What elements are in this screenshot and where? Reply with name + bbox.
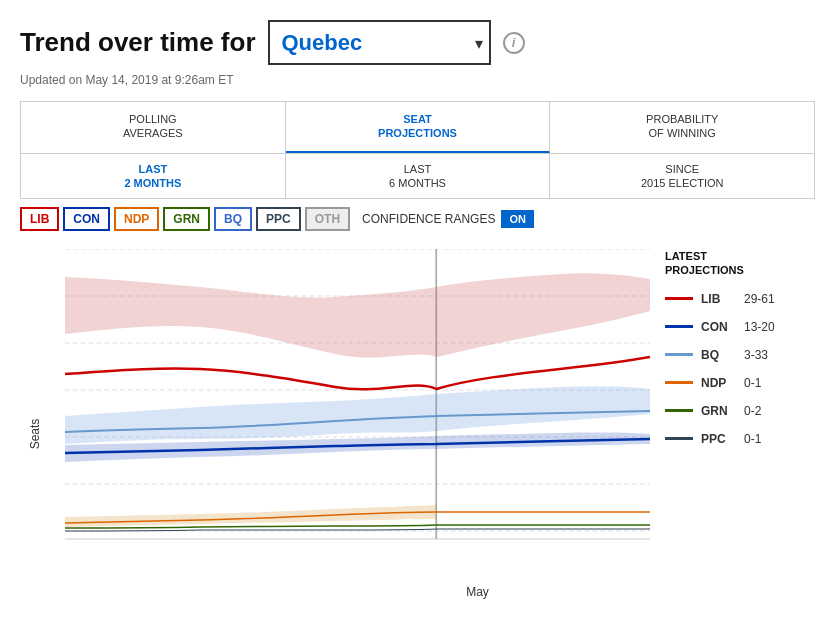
title-row: Trend over time for Quebec National Onta… bbox=[20, 20, 815, 65]
info-icon[interactable]: i bbox=[503, 32, 525, 54]
legend-line-con bbox=[665, 325, 693, 328]
chart-svg: 0 10 20 30 40 50 60 70 bbox=[65, 249, 650, 579]
legend-range-lib: 29-61 bbox=[744, 292, 775, 306]
tab-probability[interactable]: PROBABILITYOF WINNING bbox=[550, 102, 814, 153]
party-btn-oth[interactable]: OTH bbox=[305, 207, 350, 231]
legend-party-bq: BQ bbox=[701, 348, 736, 362]
legend-party-ndp: NDP bbox=[701, 376, 736, 390]
legend-line-ppc bbox=[665, 437, 693, 440]
chart-area: Seats 0 10 20 30 40 50 60 70 bbox=[20, 239, 650, 629]
legend-item-ppc: PPC 0-1 bbox=[665, 432, 805, 446]
legend-party-lib: LIB bbox=[701, 292, 736, 306]
main-tabs: POLLINGAVERAGES SEATPROJECTIONS PROBABIL… bbox=[20, 101, 815, 154]
x-axis-label: May bbox=[305, 585, 650, 599]
legend-item-grn: GRN 0-2 bbox=[665, 404, 805, 418]
legend-item-bq: BQ 3-33 bbox=[665, 348, 805, 362]
region-select-wrapper[interactable]: Quebec National Ontario British Columbia… bbox=[268, 20, 491, 65]
legend-party-con: CON bbox=[701, 320, 736, 334]
party-btn-bq[interactable]: BQ bbox=[214, 207, 252, 231]
legend-range-con: 13-20 bbox=[744, 320, 775, 334]
y-axis-label: Seats bbox=[28, 419, 42, 450]
tab-polling[interactable]: POLLINGAVERAGES bbox=[21, 102, 286, 153]
legend-party-ppc: PPC bbox=[701, 432, 736, 446]
legend-range-ppc: 0-1 bbox=[744, 432, 761, 446]
party-filter-row: LIB CON NDP GRN BQ PPC OTH CONFIDENCE RA… bbox=[20, 207, 815, 231]
page-title: Trend over time for bbox=[20, 27, 256, 58]
legend-range-bq: 3-33 bbox=[744, 348, 768, 362]
legend-line-ndp bbox=[665, 381, 693, 384]
party-btn-ppc[interactable]: PPC bbox=[256, 207, 301, 231]
confidence-toggle: CONFIDENCE RANGES ON bbox=[362, 210, 534, 228]
legend-title: LATESTPROJECTIONS bbox=[665, 249, 805, 278]
confidence-label: CONFIDENCE RANGES bbox=[362, 212, 495, 226]
legend-line-grn bbox=[665, 409, 693, 412]
region-select[interactable]: Quebec National Ontario British Columbia… bbox=[268, 20, 491, 65]
subtab-since2015[interactable]: SINCE2015 ELECTION bbox=[550, 154, 814, 199]
legend-item-ndp: NDP 0-1 bbox=[665, 376, 805, 390]
legend-party-grn: GRN bbox=[701, 404, 736, 418]
updated-text: Updated on May 14, 2019 at 9:26am ET bbox=[20, 73, 815, 87]
party-btn-lib[interactable]: LIB bbox=[20, 207, 59, 231]
party-btn-con[interactable]: CON bbox=[63, 207, 110, 231]
chart-legend-wrapper: Seats 0 10 20 30 40 50 60 70 bbox=[20, 239, 815, 629]
legend-panel: LATESTPROJECTIONS LIB 29-61 CON 13-20 BQ… bbox=[650, 239, 815, 629]
subtabs: LAST2 MONTHS LAST6 MONTHS SINCE2015 ELEC… bbox=[20, 154, 815, 200]
subtab-2months[interactable]: LAST2 MONTHS bbox=[21, 154, 286, 199]
subtab-6months[interactable]: LAST6 MONTHS bbox=[286, 154, 551, 199]
tab-seat[interactable]: SEATPROJECTIONS bbox=[286, 102, 551, 153]
legend-line-lib bbox=[665, 297, 693, 300]
legend-item-lib: LIB 29-61 bbox=[665, 292, 805, 306]
legend-range-ndp: 0-1 bbox=[744, 376, 761, 390]
legend-range-grn: 0-2 bbox=[744, 404, 761, 418]
legend-item-con: CON 13-20 bbox=[665, 320, 805, 334]
legend-line-bq bbox=[665, 353, 693, 356]
party-btn-grn[interactable]: GRN bbox=[163, 207, 210, 231]
confidence-toggle-btn[interactable]: ON bbox=[501, 210, 534, 228]
party-btn-ndp[interactable]: NDP bbox=[114, 207, 159, 231]
